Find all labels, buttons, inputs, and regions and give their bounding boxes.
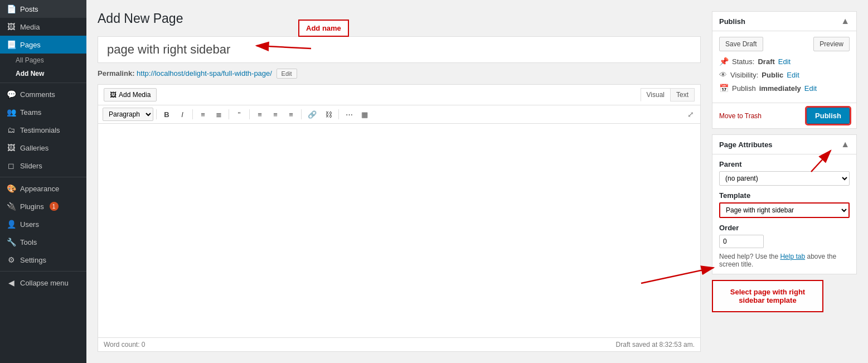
status-edit-link[interactable]: Edit xyxy=(778,57,791,66)
help-text: Need help? Use the Help tab above the sc… xyxy=(719,253,850,268)
preview-button[interactable]: Preview xyxy=(813,37,850,51)
permalink-label: Permalink: xyxy=(98,69,134,78)
sidebar-label-plugins: Plugins xyxy=(20,202,44,211)
page-attributes-meta-box: Page Attributes ▲ Parent (no parent) Tem… xyxy=(712,134,857,274)
bold-button[interactable]: B xyxy=(159,108,174,121)
status-icon: 📌 xyxy=(719,57,729,66)
publish-time-edit-link[interactable]: Edit xyxy=(804,84,817,93)
status-value: Draft xyxy=(758,57,774,66)
right-sidebar: Publish ▲ Save Draft Preview 📌 Status: D… xyxy=(712,11,857,352)
parent-label: Parent xyxy=(719,160,850,168)
expand-button[interactable]: ⤢ xyxy=(686,108,696,120)
sidebar-item-comments[interactable]: 💬 Comments xyxy=(0,85,86,103)
toolbar-divider-5 xyxy=(301,109,302,119)
sidebar-item-testimonials[interactable]: 🗂 Testimonials xyxy=(0,121,86,139)
pages-icon: 📃 xyxy=(7,40,16,49)
tab-text[interactable]: Text xyxy=(670,88,695,101)
sidebar-item-teams[interactable]: 👥 Teams xyxy=(0,103,86,121)
toolbar-divider-1 xyxy=(156,109,157,119)
publish-box-title: Publish xyxy=(719,17,745,26)
sidebar-item-settings[interactable]: ⚙ Settings xyxy=(0,251,86,269)
draft-saved-status: Draft saved at 8:32:53 am. xyxy=(616,341,695,349)
sidebar-label-settings: Settings xyxy=(20,256,46,264)
sidebar-item-posts[interactable]: 📄 Posts xyxy=(0,0,86,18)
all-pages-label: All Pages xyxy=(16,56,44,64)
sidebar-label-teams: Teams xyxy=(20,108,41,117)
permalink-bar: Permalink: http://localhost/delight-spa/… xyxy=(98,69,701,79)
sidebar-item-tools[interactable]: 🔧 Tools xyxy=(0,233,86,251)
sidebar-label-sliders: Sliders xyxy=(20,162,42,170)
sidebar-label-tools: Tools xyxy=(20,238,37,246)
visibility-label: Visibility: xyxy=(730,71,758,79)
blockquote-button[interactable]: " xyxy=(232,108,246,121)
page-attributes-title: Page Attributes xyxy=(719,141,773,149)
sidebar-subitem-add-new[interactable]: Add New xyxy=(0,67,86,80)
table-button[interactable]: ▦ xyxy=(357,108,372,121)
page-title-input[interactable] xyxy=(103,39,696,60)
posts-icon: 📄 xyxy=(7,4,16,13)
unlink-button[interactable]: ⛓ xyxy=(321,108,336,121)
publish-time-row: 📅 Publish immediately Edit xyxy=(719,84,850,93)
publish-box-header: Publish ▲ xyxy=(712,12,856,31)
add-media-label: Add Media xyxy=(119,91,151,99)
add-media-icon: 🖼 xyxy=(110,91,117,99)
publish-button[interactable]: Publish xyxy=(807,108,850,124)
tab-visual[interactable]: Visual xyxy=(641,88,670,101)
page-title-wrap xyxy=(98,36,701,63)
add-media-button[interactable]: 🖼 Add Media xyxy=(104,88,157,101)
template-select[interactable]: Page with right sidebar xyxy=(719,202,850,218)
sidebar-item-users[interactable]: 👤 Users xyxy=(0,215,86,233)
sidebar-item-pages[interactable]: 📃 Pages xyxy=(0,36,86,54)
editor-box: 🖼 Add Media Visual Text Paragraph B I xyxy=(98,84,701,352)
sidebar-item-galleries[interactable]: 🖼 Galleries xyxy=(0,139,86,157)
paragraph-select[interactable]: Paragraph xyxy=(103,108,153,121)
publish-collapse-button[interactable]: ▲ xyxy=(841,16,850,26)
link-button[interactable]: 🔗 xyxy=(304,108,320,121)
galleries-icon: 🖼 xyxy=(7,143,16,152)
testimonials-icon: 🗂 xyxy=(7,125,16,134)
sidebar-label-appearance: Appearance xyxy=(20,185,59,193)
align-right-button[interactable]: ≡ xyxy=(284,108,298,121)
sliders-icon: ◻ xyxy=(7,161,16,170)
toolbar-divider-4 xyxy=(249,109,250,119)
ul-button[interactable]: ≡ xyxy=(196,108,210,121)
italic-button[interactable]: I xyxy=(175,108,190,121)
sidebar-label-pages: Pages xyxy=(20,41,41,49)
view-tabs: Visual Text xyxy=(641,88,695,101)
ol-button[interactable]: ≣ xyxy=(211,108,226,121)
add-new-label: Add New xyxy=(16,70,44,78)
visibility-icon: 👁 xyxy=(719,70,727,79)
editor-content[interactable] xyxy=(98,124,700,337)
template-label: Template xyxy=(719,191,850,200)
help-link[interactable]: Help tab xyxy=(780,253,805,260)
page-heading: Add New Page xyxy=(98,11,701,26)
sidebar-item-appearance[interactable]: 🎨 Appearance xyxy=(0,180,86,197)
teams-icon: 👥 xyxy=(7,108,16,117)
visibility-edit-link[interactable]: Edit xyxy=(787,71,799,79)
main-content: Add New Page Add name Permalink: http://… xyxy=(86,0,868,363)
sidebar-item-collapse[interactable]: ◀ Collapse menu xyxy=(0,274,86,292)
sidebar: 📄 Posts 🖼 Media 📃 Pages All Pages Add Ne… xyxy=(0,0,86,363)
sidebar-label-posts: Posts xyxy=(20,5,38,13)
annotation-area: Select page with right sidebar template xyxy=(712,280,857,312)
align-center-button[interactable]: ≡ xyxy=(268,108,283,121)
publish-box-body: Save Draft Preview 📌 Status: Draft Edit … xyxy=(712,31,856,103)
parent-select[interactable]: (no parent) xyxy=(719,171,850,186)
move-to-trash-link[interactable]: Move to Trash xyxy=(719,112,762,120)
sidebar-subitem-all-pages[interactable]: All Pages xyxy=(0,54,86,67)
permalink-edit-button[interactable]: Edit xyxy=(277,69,297,79)
sidebar-item-plugins[interactable]: 🔌 Plugins 1 xyxy=(0,197,86,215)
toolbar-divider-3 xyxy=(229,109,229,119)
settings-icon: ⚙ xyxy=(7,255,16,264)
save-draft-button[interactable]: Save Draft xyxy=(719,37,763,51)
plugins-badge: 1 xyxy=(50,202,59,211)
permalink-link[interactable]: http://localhost/delight-spa/full-width-… xyxy=(137,69,272,78)
sidebar-item-sliders[interactable]: ◻ Sliders xyxy=(0,157,86,175)
more-button[interactable]: ⋯ xyxy=(342,108,356,121)
align-left-button[interactable]: ≡ xyxy=(253,108,267,121)
page-attributes-collapse-button[interactable]: ▲ xyxy=(841,139,850,149)
toolbar-divider-6 xyxy=(338,109,339,119)
sidebar-item-media[interactable]: 🖼 Media xyxy=(0,18,86,36)
publish-meta-box: Publish ▲ Save Draft Preview 📌 Status: D… xyxy=(712,11,857,129)
order-input[interactable] xyxy=(719,235,764,248)
